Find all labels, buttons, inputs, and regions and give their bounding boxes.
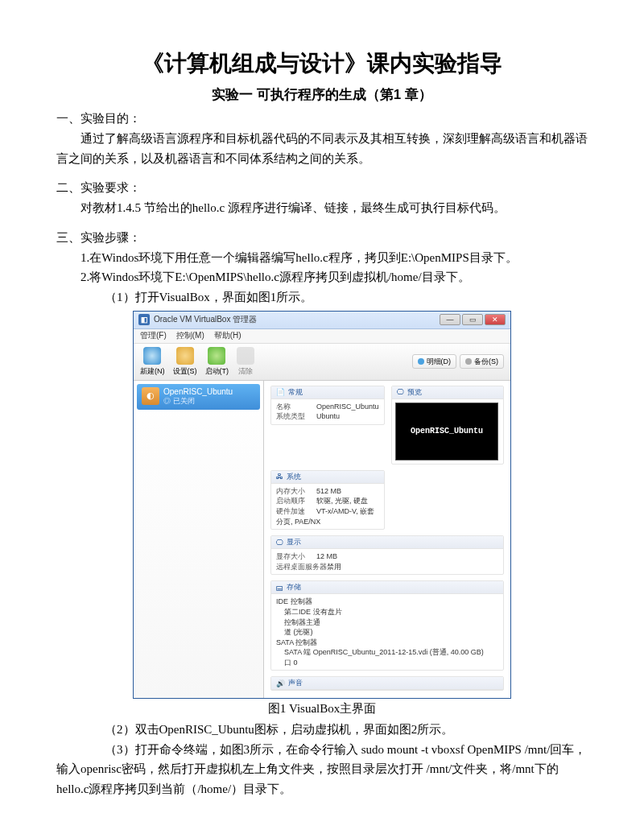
menu-manage[interactable]: 管理(F) [140,330,167,341]
clear-button[interactable]: 清除 [237,347,254,377]
vm-state: ◎ 已关闭 [163,396,233,407]
section-storage: 🖴存储 IDE 控制器 第二IDE 没有盘片 控制器主通 道 (光驱) SATA… [270,580,504,671]
doc-title: 《计算机组成与设计》课内实验指导 [56,48,588,79]
backup-toggle[interactable]: 备份(S) [460,354,504,369]
virtualbox-window: ◧ Oracle VM VirtualBox 管理器 — ▭ ✕ 管理(F) 控… [133,311,511,700]
purpose-text: 通过了解高级语言源程序和目标机器代码的不同表示及其相互转换，深刻理解高级语言和机… [56,129,588,169]
step2-text: 2.将Windos环境下E:\OpenMIPS\hello.c源程序拷贝到虚拟机… [56,267,588,287]
toolbar: 新建(N) 设置(S) 启动(T) 清除 明细(D) 备份(S) [134,344,510,381]
settings-button[interactable]: 设置(S) [173,347,197,377]
snapshot-icon [465,358,472,365]
vm-item-openrisc[interactable]: ◐ OpenRISC_Ubuntu ◎ 已关闭 [137,384,260,410]
section-display: 🖵显示 显存大小12 MB 远程桌面服务器禁用 [270,535,504,575]
virtualbox-icon: ◧ [138,314,150,325]
close-button[interactable]: ✕ [485,314,506,325]
new-icon [143,347,161,365]
new-button[interactable]: 新建(N) [140,347,165,377]
steps-heading: 三、实验步骤： [56,228,588,248]
section-system: 🖧系统 内存大小512 MB 启动顺序软驱, 光驱, 硬盘 硬件加速VT-x/A… [270,470,385,530]
menubar: 管理(F) 控制(M) 帮助(H) [134,329,510,344]
require-text: 对教材1.4.5 节给出的hello.c 源程序进行编译、链接，最终生成可执行目… [56,198,588,218]
step2-3-text: （3）打开命令终端，如图3所示，在命令行输入 sudo mount -t vbo… [56,740,588,799]
titlebar: ◧ Oracle VM VirtualBox 管理器 — ▭ ✕ [134,312,510,329]
system-icon: 🖧 [276,473,283,481]
step1-text: 1.在Windos环境下用任意一个编辑器编写hello.c程序，拷贝到E:\Op… [56,248,588,268]
menu-help[interactable]: 帮助(H) [214,330,242,341]
require-heading: 二、实验要求： [56,178,588,198]
start-button[interactable]: 启动(T) [205,347,229,377]
menu-control[interactable]: 控制(M) [176,330,204,341]
purpose-heading: 一、实验目的： [56,109,588,129]
audio-icon: 🔊 [276,679,285,687]
step2-1-text: （1）打开VisualBox，界面如图1所示。 [56,287,588,308]
clear-icon [237,347,254,365]
section-preview: 🖵预览 OpenRISC_Ubuntu [391,386,504,464]
section-general: 📄常规 名称OpenRISC_Ubuntu 系统类型Ubuntu [270,386,385,425]
preview-thumbnail: OpenRISC_Ubuntu [395,403,498,460]
vm-name: OpenRISC_Ubuntu [163,387,233,396]
vm-details: 📄常规 名称OpenRISC_Ubuntu 系统类型Ubuntu 🖵预览 Ope… [264,381,510,699]
doc-subtitle: 实验一 可执行程序的生成（第1 章） [56,85,588,104]
general-icon: 📄 [276,388,285,396]
display-icon: 🖵 [276,539,283,547]
gear-icon [176,347,194,365]
step2-2-text: （2）双击OpenRISC_Ubuntu图标，启动虚拟机，界面如图2所示。 [56,720,588,740]
detail-toggle[interactable]: 明细(D) [412,354,457,369]
figure1-caption: 图1 VisualBox主界面 [56,699,588,720]
vm-list: ◐ OpenRISC_Ubuntu ◎ 已关闭 [134,381,264,699]
maximize-button[interactable]: ▭ [462,314,483,325]
minimize-button[interactable]: — [440,314,460,325]
ubuntu-icon: ◐ [142,387,159,405]
window-title: Oracle VM VirtualBox 管理器 [154,314,257,325]
info-icon [418,358,424,365]
start-icon [208,347,225,365]
preview-icon: 🖵 [397,388,404,396]
storage-icon: 🖴 [276,584,283,592]
section-audio: 🔊声音 [270,676,504,691]
